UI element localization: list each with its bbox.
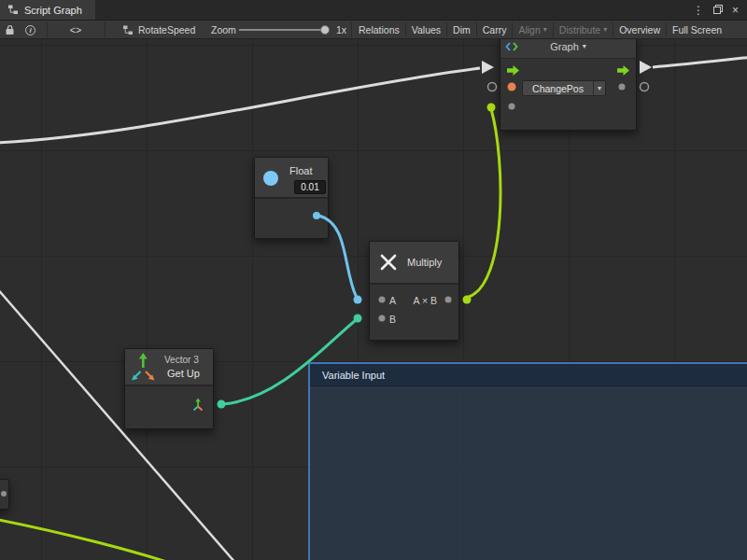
tab-title: Script Graph — [24, 5, 82, 16]
chevron-down-icon: ▾ — [603, 26, 607, 34]
graph-name-label: RotateSpeed — [138, 21, 195, 39]
group-header[interactable]: Variable Input — [310, 364, 747, 386]
input-a-label: A — [389, 295, 396, 306]
chevron-down-icon: ▾ — [543, 26, 547, 34]
toolbar-separator — [351, 22, 352, 37]
overview-button[interactable]: Overview — [613, 21, 666, 39]
graph-asset-icon — [122, 21, 134, 39]
toolbar-separator — [47, 22, 48, 37]
flow-output-port[interactable] — [640, 61, 652, 74]
zoom-knob[interactable] — [320, 25, 330, 35]
align-button[interactable]: Align▾ — [513, 21, 552, 39]
multiply-node[interactable]: Multiply A A × B B — [369, 241, 459, 341]
multiply-output-edge-port[interactable] — [463, 296, 472, 304]
restore-window-icon[interactable] — [713, 5, 723, 16]
variable-name-dropdown[interactable]: ChangePos ▾ — [522, 80, 606, 96]
set-variable-value-port[interactable] — [487, 104, 496, 112]
variable-input-group[interactable]: Variable Input — [308, 362, 747, 560]
window-controls: ⋮ × — [693, 0, 747, 20]
flow-in-arrow-icon[interactable] — [507, 63, 519, 79]
lock-icon[interactable] — [5, 21, 15, 39]
flow-out-arrow-icon[interactable] — [617, 63, 629, 79]
get-up-node-title: Get Up — [167, 368, 200, 379]
chevron-down-icon: ▾ — [583, 43, 586, 50]
scope-label: Graph — [550, 41, 579, 52]
distribute-button[interactable]: Distribute▾ — [554, 21, 613, 39]
graph-canvas[interactable]: Variable Input Graph ▾ ChangePos ▾ — [0, 39, 747, 560]
kebab-menu-icon[interactable]: ⋮ — [693, 5, 704, 16]
variable-name: ChangePos — [523, 81, 593, 95]
tab-bar: Script Graph ⋮ × — [0, 0, 747, 21]
variable-scope-dropdown[interactable]: Graph ▾ — [500, 39, 636, 59]
info-icon[interactable]: i — [25, 21, 35, 39]
graph-scope-icon — [505, 41, 518, 54]
float-type-icon — [263, 171, 278, 186]
float-literal-node[interactable]: Float 0.01 — [254, 157, 329, 239]
bottom-left-wire[interactable] — [0, 519, 189, 560]
zoom-level-value: 1x — [336, 21, 346, 39]
code-icon[interactable]: <> — [56, 21, 95, 39]
zoom-slider[interactable] — [239, 29, 325, 31]
close-window-icon[interactable]: × — [732, 5, 739, 16]
full-screen-button[interactable]: Full Screen — [667, 21, 727, 39]
values-button[interactable]: Values — [406, 21, 446, 39]
toolbar-separator — [105, 22, 106, 37]
carry-button[interactable]: Carry — [477, 21, 513, 39]
unity-visual-scripting-window: Script Graph ⋮ × i <> RotateSpeed Zoom 1… — [0, 0, 747, 560]
output-label: A × B — [414, 295, 437, 306]
script-graph-tab-icon — [7, 4, 19, 17]
set-variable-node[interactable]: Graph ▾ ChangePos ▾ — [500, 39, 637, 131]
input-b-label: B — [389, 314, 396, 325]
graph-toolbar: i <> RotateSpeed Zoom 1x Relations Value… — [0, 21, 747, 39]
group-title: Variable Input — [322, 370, 385, 381]
flow-wire-outgoing[interactable] — [653, 57, 747, 67]
dim-button[interactable]: Dim — [447, 21, 476, 39]
tab-script-graph[interactable]: Script Graph — [0, 0, 95, 20]
edge-clipped-node[interactable] — [0, 479, 9, 510]
result-wire[interactable] — [467, 109, 500, 298]
get-up-node[interactable]: Vector 3 Get Up — [124, 348, 214, 429]
chevron-down-icon: ▾ — [593, 81, 605, 95]
multiply-icon — [378, 252, 399, 276]
multiply-a-edge-port[interactable] — [354, 296, 362, 304]
flow-wire-incoming[interactable] — [0, 68, 480, 143]
vector3-output-icon[interactable] — [190, 398, 205, 416]
relations-button[interactable]: Relations — [353, 21, 405, 39]
float-node-title: Float — [289, 165, 312, 176]
float-value-field[interactable]: 0.01 — [294, 180, 326, 194]
get-up-output-port[interactable] — [218, 400, 226, 409]
vector3-type-label: Vector 3 — [164, 355, 199, 365]
unconnected-input-port[interactable] — [488, 83, 497, 91]
multiply-b-edge-port[interactable] — [354, 315, 362, 323]
unconnected-output-port[interactable] — [641, 83, 649, 91]
toolbar-buttons: Relations Values Dim Carry Align▾ Distri… — [353, 21, 747, 39]
flow-input-port[interactable] — [482, 61, 494, 74]
zoom-label: Zoom — [211, 21, 236, 39]
vector3-icon — [131, 353, 157, 386]
multiply-node-title: Multiply — [407, 257, 442, 268]
